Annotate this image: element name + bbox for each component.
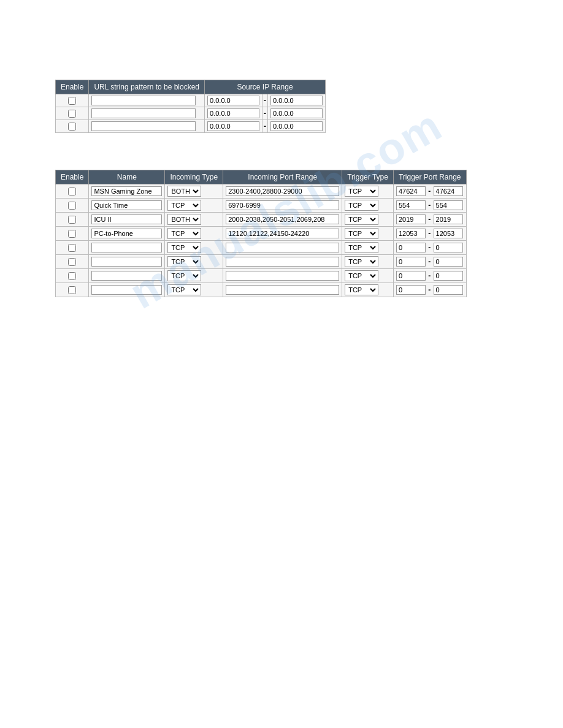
trigger-incoming-port-input[interactable] [226,243,339,252]
trigger-table-row: TCPUDPBOTH TCPUDPBOTH - [56,241,467,255]
url-ip-separator: - [262,94,268,107]
trigger-incoming-port-input[interactable] [226,257,339,267]
url-ip-from-input[interactable] [207,108,259,118]
trigger-enable-checkbox[interactable] [68,272,76,280]
url-enable-checkbox[interactable] [68,123,76,131]
trigger-incoming-type-select[interactable]: TCPUDPBOTH [167,242,201,253]
trigger-incoming-port-input[interactable] [226,229,339,238]
trigger-enable-cell [56,213,89,227]
trigger-enable-checkbox[interactable] [68,286,76,294]
trigger-type-cell: TCPUDPBOTH [342,199,394,213]
url-ip-from-cell [205,107,262,120]
url-ip-to-cell [268,94,326,107]
trigger-name-input[interactable] [91,271,162,281]
trigger-port-to-input[interactable] [434,285,463,295]
trigger-incoming-type-cell: TCPUDPBOTH [165,227,223,241]
trigger-incoming-port-cell [223,283,342,297]
trigger-incoming-port-cell [223,269,342,283]
trigger-table-row: TCPUDPBOTH TCPUDPBOTH - [56,199,467,213]
trigger-name-input[interactable] [91,257,162,267]
trigger-incoming-type-select[interactable]: TCPUDPBOTH [167,270,201,281]
trigger-enable-checkbox[interactable] [68,230,76,238]
url-enable-cell [56,94,89,107]
trigger-enable-cell [56,199,89,213]
trigger-incoming-type-select[interactable]: TCPUDPBOTH [167,186,201,197]
trigger-enable-checkbox[interactable] [68,258,76,266]
trigger-incoming-type-select[interactable]: TCPUDPBOTH [167,228,201,239]
trigger-table-row: TCPUDPBOTH TCPUDPBOTH - [56,213,467,227]
trigger-port-to-input[interactable] [434,257,463,267]
trigger-incoming-type-cell: TCPUDPBOTH [165,241,223,255]
trigger-port-to-input[interactable] [434,271,463,281]
trigger-port-to-input[interactable] [434,214,463,224]
trigger-incoming-port-input[interactable] [226,186,339,196]
trigger-enable-cell [56,184,89,199]
url-ip-to-input[interactable] [270,108,323,118]
url-ip-from-input[interactable] [207,121,259,131]
trigger-incoming-type-select[interactable]: TCPUDPBOTH [167,200,201,211]
trigger-type-cell: TCPUDPBOTH [342,184,394,199]
trigger-name-input[interactable] [91,243,162,252]
url-enable-checkbox[interactable] [68,110,76,118]
url-enable-checkbox[interactable] [68,97,76,105]
trigger-name-cell [89,184,165,199]
trigger-port-from-input[interactable] [396,229,426,238]
url-pattern-cell [89,94,205,107]
trigger-port-from-input[interactable] [396,186,426,196]
trigger-name-input[interactable] [91,214,162,224]
trigger-port-separator: - [428,201,431,210]
trigger-incoming-port-cell [223,241,342,255]
url-pattern-input[interactable] [91,121,196,131]
trigger-port-from-input[interactable] [396,214,426,224]
trigger-name-input[interactable] [91,186,162,196]
trigger-incoming-port-input[interactable] [226,200,339,210]
trigger-incoming-port-cell [223,199,342,213]
trigger-type-select[interactable]: TCPUDPBOTH [345,186,378,197]
trigger-name-input[interactable] [91,229,162,238]
trigger-type-cell: TCPUDPBOTH [342,241,394,255]
trigger-port-to-input[interactable] [434,243,463,252]
trigger-enable-checkbox[interactable] [68,244,76,252]
trigger-incoming-type-select[interactable]: TCPUDPBOTH [167,214,201,225]
trigger-type-select[interactable]: TCPUDPBOTH [345,200,378,211]
trigger-port-to-input[interactable] [434,186,463,196]
trigger-port-to-input[interactable] [434,200,463,210]
trigger-incoming-port-input[interactable] [226,271,339,281]
trigger-name-input[interactable] [91,285,162,295]
trigger-type-select[interactable]: TCPUDPBOTH [345,256,378,267]
trigger-type-select[interactable]: TCPUDPBOTH [345,242,378,253]
url-pattern-input[interactable] [91,96,196,105]
trigger-incoming-port-input[interactable] [226,285,339,295]
trigger-enable-checkbox[interactable] [68,216,76,224]
trigger-type-select[interactable]: TCPUDPBOTH [345,228,378,239]
trigger-type-select[interactable]: TCPUDPBOTH [345,214,378,225]
url-ip-to-input[interactable] [270,96,323,105]
trigger-type-select[interactable]: TCPUDPBOTH [345,270,378,281]
trigger-port-from-input[interactable] [396,200,426,210]
trigger-port-from-input[interactable] [396,243,426,252]
trigger-port-from-input[interactable] [396,257,426,267]
url-pattern-input[interactable] [91,108,196,118]
trigger-type-select[interactable]: TCPUDPBOTH [345,284,378,295]
trigger-name-input[interactable] [91,200,162,210]
trigger-enable-cell [56,283,89,297]
trigger-incoming-type-cell: TCPUDPBOTH [165,269,223,283]
trigger-header-name: Name [89,170,165,184]
trigger-enable-checkbox[interactable] [68,202,76,210]
trigger-port-from-input[interactable] [396,271,426,281]
url-ip-to-input[interactable] [270,121,323,131]
trigger-port-range-cell: - [393,199,466,213]
url-ip-separator: - [262,120,268,133]
trigger-incoming-port-input[interactable] [226,214,339,224]
trigger-port-to-input[interactable] [434,229,463,238]
trigger-header-enable: Enable [56,170,89,184]
trigger-port-from-input[interactable] [396,285,426,295]
trigger-incoming-type-select[interactable]: TCPUDPBOTH [167,284,201,295]
url-pattern-cell [89,107,205,120]
trigger-enable-checkbox[interactable] [68,188,76,195]
trigger-port-separator: - [428,229,431,238]
url-ip-from-input[interactable] [207,96,259,105]
trigger-incoming-type-select[interactable]: TCPUDPBOTH [167,256,201,267]
url-table-row: - [56,107,326,120]
trigger-port-separator: - [428,286,431,294]
